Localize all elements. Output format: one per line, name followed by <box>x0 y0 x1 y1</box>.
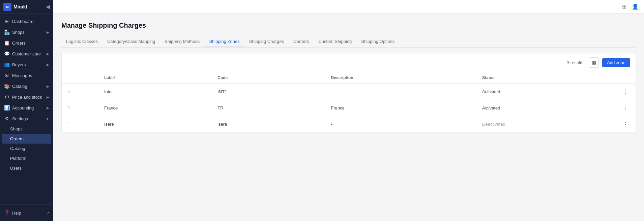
chevron-right-icon: ▶ <box>47 95 49 99</box>
sidebar-item-label: Help <box>12 211 44 216</box>
col-description: Description <box>326 72 477 84</box>
col-drag <box>62 72 99 84</box>
zone-code: INT1 <box>212 84 325 100</box>
col-code: Code <box>212 72 325 84</box>
grid-view-icon: ▦ <box>592 60 596 65</box>
shipping-zones-panel: 3 results ▦ Add zone Label Code Descript… <box>61 53 636 132</box>
external-link-icon: ↗ <box>47 211 49 215</box>
brand-name: Mirakl <box>13 4 27 9</box>
price-stock-icon: 🏷 <box>4 94 9 100</box>
sidebar-item-shops[interactable]: 🏪 Shops ▶ <box>0 27 53 38</box>
table-row: ⠿ France FR France Activated ⋮ <box>62 100 636 116</box>
sidebar-item-buyers[interactable]: 👥 Buyers ▶ <box>0 59 53 70</box>
tab-shipping-charges[interactable]: Shipping Charges <box>244 36 289 47</box>
sidebar-item-price-and-stock[interactable]: 🏷 Price and stock ▶ <box>0 92 53 102</box>
tabs-bar: Logistic Classes Category/Class Mapping … <box>61 36 636 48</box>
zone-actions: ⋮ <box>590 116 636 132</box>
sidebar-item-label: Messages <box>12 73 49 78</box>
results-count: 3 results <box>567 60 583 65</box>
orders-icon: 📋 <box>4 40 9 46</box>
zone-label: Inter. <box>99 84 212 100</box>
zone-description: - <box>326 116 477 132</box>
sidebar-sub-item-label: Platform <box>10 156 26 161</box>
sidebar-item-label: Settings <box>12 116 43 121</box>
sidebar-item-label: Dashboard <box>12 19 49 24</box>
col-action <box>590 72 636 84</box>
zone-more-button[interactable]: ⋮ <box>621 120 630 128</box>
drag-handle[interactable]: ⠿ <box>62 84 99 100</box>
tab-shipping-zones[interactable]: Shipping Zones <box>204 36 244 47</box>
view-toggle-button[interactable]: ▦ <box>589 57 599 68</box>
add-zone-button[interactable]: Add zone <box>602 58 630 67</box>
sidebar-sub-item-users[interactable]: Users <box>0 163 53 173</box>
zone-label: Isère <box>99 116 212 132</box>
sidebar-item-settings[interactable]: ⚙ Settings ▼ <box>0 113 53 124</box>
tab-shipping-methods[interactable]: Shipping Methods <box>160 36 204 47</box>
accounting-icon: 📊 <box>4 105 9 110</box>
sidebar-collapse-button[interactable]: ◀ <box>46 4 50 9</box>
topbar: ⊞ 👤 <box>53 0 644 14</box>
zone-actions: ⋮ <box>590 100 636 116</box>
tab-category-class-mapping[interactable]: Category/Class Mapping <box>103 36 160 47</box>
table-row: ⠿ Inter. INT1 - Activated ⋮ <box>62 84 636 100</box>
sidebar-item-orders[interactable]: 📋 Orders <box>0 38 53 48</box>
sidebar: M Mirakl ◀ ⊞ Dashboard 🏪 Shops ▶ 📋 Order… <box>0 0 53 221</box>
zone-status: Activated <box>477 100 590 116</box>
sidebar-item-label: Customer care <box>12 51 44 56</box>
sidebar-sub-item-label: Catalog <box>10 146 25 151</box>
chevron-right-icon: ▶ <box>47 84 49 88</box>
table-row: ⠿ Isère isere - Deactivated ⋮ <box>62 116 636 132</box>
sidebar-item-catalog[interactable]: 📚 Catalog ▶ <box>0 81 53 92</box>
zone-description: France <box>326 100 477 116</box>
sidebar-sub-item-label: Users <box>10 166 22 171</box>
sidebar-item-dashboard[interactable]: ⊞ Dashboard <box>0 16 53 27</box>
grid-icon[interactable]: ⊞ <box>622 3 626 10</box>
drag-handle[interactable]: ⠿ <box>62 100 99 116</box>
sidebar-sub-item-shops[interactable]: Shops <box>0 124 53 134</box>
tab-carriers[interactable]: Carriers <box>289 36 314 47</box>
sidebar-header: M Mirakl ◀ <box>0 0 53 14</box>
col-status: Status <box>477 72 590 84</box>
zone-actions: ⋮ <box>590 84 636 100</box>
catalog-icon: 📚 <box>4 83 9 89</box>
sidebar-nav: ⊞ Dashboard 🏪 Shops ▶ 📋 Orders 💬 Custome… <box>0 14 53 204</box>
chevron-right-icon: ▶ <box>47 52 49 56</box>
zone-more-button[interactable]: ⋮ <box>621 104 630 112</box>
tab-logistic-classes[interactable]: Logistic Classes <box>61 36 103 47</box>
tab-shipping-options[interactable]: Shipping Options <box>356 36 399 47</box>
zone-more-button[interactable]: ⋮ <box>621 88 630 96</box>
dashboard-icon: ⊞ <box>4 19 9 24</box>
chevron-right-icon: ▶ <box>47 106 49 110</box>
chevron-right-icon: ▶ <box>47 30 49 34</box>
user-icon[interactable]: 👤 <box>632 3 639 10</box>
settings-icon: ⚙ <box>4 116 9 121</box>
sidebar-item-messages[interactable]: ✉ Messages <box>0 70 53 81</box>
sidebar-item-help[interactable]: ❓ Help ↗ <box>0 207 53 218</box>
sidebar-item-customer-care[interactable]: 💬 Customer care ▶ <box>0 48 53 59</box>
sidebar-sub-item-label: Shops <box>10 126 23 131</box>
sidebar-footer: ❓ Help ↗ <box>0 204 53 221</box>
zone-status: Deactivated <box>477 116 590 132</box>
zone-status: Activated <box>477 84 590 100</box>
sidebar-sub-item-catalog[interactable]: Catalog <box>0 144 53 153</box>
sidebar-item-label: Shops <box>12 30 44 35</box>
sidebar-item-label: Orders <box>12 41 49 46</box>
tab-custom-shipping[interactable]: Custom Shipping <box>314 36 356 47</box>
sidebar-sub-item-platform[interactable]: Platform <box>0 153 53 163</box>
sidebar-item-label: Accounting <box>12 105 44 110</box>
zone-description: - <box>326 84 477 100</box>
sidebar-item-label: Buyers <box>12 62 44 67</box>
brand-icon: M <box>3 3 11 11</box>
sidebar-item-label: Price and stock <box>12 95 44 100</box>
customer-care-icon: 💬 <box>4 51 9 56</box>
zone-code: isere <box>212 116 325 132</box>
brand-logo: M Mirakl <box>3 3 27 11</box>
page-title: Manage Shipping Charges <box>61 22 636 29</box>
col-label: Label <box>99 72 212 84</box>
sidebar-sub-item-label: Orders <box>10 136 24 141</box>
chevron-right-icon: ▶ <box>47 63 49 67</box>
sidebar-sub-item-orders[interactable]: Orders <box>2 134 51 144</box>
drag-handle[interactable]: ⠿ <box>62 116 99 132</box>
zone-label: France <box>99 100 212 116</box>
sidebar-item-accounting[interactable]: 📊 Accounting ▶ <box>0 102 53 113</box>
